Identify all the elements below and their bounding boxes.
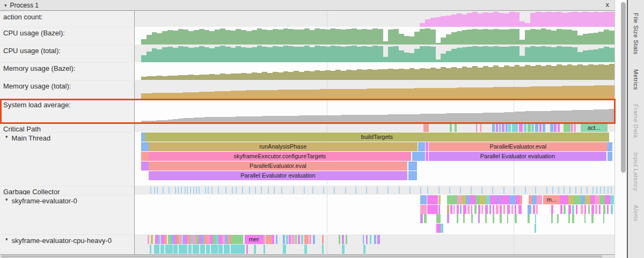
counter-bar — [388, 69, 393, 80]
counter-bar — [241, 47, 246, 62]
track-canvas-skyframe-evaluator-cpu-heavy-0[interactable]: mer — [135, 234, 614, 254]
counter-bar — [325, 89, 331, 99]
slice — [496, 205, 498, 214]
slice-Parallel-Evaluator-evaluation[interactable]: Parallel Evaluator evaluation — [149, 171, 407, 180]
collapse-triangle-icon[interactable]: ▾ — [5, 237, 8, 242]
slice-ParallelEvaluator-eval[interactable]: ParallelEvaluator.eval — [149, 161, 407, 171]
counter-bar — [335, 29, 341, 45]
slice — [588, 205, 590, 214]
slice-mer[interactable]: mer — [245, 235, 264, 244]
counter-bar — [183, 47, 188, 62]
track-label-system-load-average[interactable]: System load average: — [0, 99, 135, 123]
counter-chart — [135, 99, 614, 123]
track-label-garbage-collector[interactable]: Garbage Collector — [0, 186, 135, 195]
slice-skyframeExecutor-configureTargets[interactable]: skyframeExecutor.configureTargets — [149, 152, 411, 161]
counter-bar — [562, 65, 567, 80]
slice — [585, 195, 590, 204]
horizontal-scrollbar-thumb[interactable] — [1, 255, 602, 257]
slice — [512, 123, 518, 132]
counter-bar — [515, 46, 520, 62]
slice-runAnalysisPhase[interactable]: runAnalysisPhase — [149, 142, 418, 151]
slice-ParallelEvaluator-eval[interactable]: ParallelEvaluator.eval — [429, 142, 608, 151]
tab-metrics[interactable]: Metrics — [633, 69, 639, 90]
slice — [507, 214, 509, 223]
counter-bar — [409, 53, 415, 62]
counter-bar — [246, 31, 252, 45]
track-canvas-memory-usage-bazel[interactable] — [135, 62, 614, 80]
process-header[interactable]: ▾ Process 1 x — [0, 0, 614, 11]
track-label-skyframe-evaluator-0[interactable]: ▾skyframe-evaluator-0 — [0, 195, 135, 233]
track-label-memory-usage-total[interactable]: Memory usage (total): — [0, 80, 135, 99]
slice-buildTargets[interactable]: buildTargets — [145, 132, 609, 142]
tab-alerts[interactable]: Alerts — [633, 205, 639, 222]
slice — [574, 195, 581, 204]
track-canvas-cpu-usage-bazel[interactable] — [135, 27, 614, 45]
track-label-text: action count: — [3, 13, 43, 21]
counter-bar — [241, 73, 246, 80]
tab-frame-data[interactable]: Frame Data — [633, 104, 639, 138]
slice-act-[interactable]: act... — [581, 123, 608, 132]
track-label-memory-usage-bazel[interactable]: Memory usage (Bazel): — [0, 62, 135, 80]
counter-bar — [577, 64, 583, 80]
counter-bar — [204, 75, 210, 80]
tab-file-size-stats[interactable]: File Size Stats — [633, 13, 639, 55]
slice — [511, 205, 514, 214]
slice — [363, 235, 364, 244]
track-canvas-action-count[interactable] — [135, 11, 614, 27]
collapse-triangle-icon[interactable]: ▾ — [5, 134, 8, 139]
track-canvas-memory-usage-total[interactable] — [135, 80, 614, 99]
counter-bar — [194, 92, 199, 99]
track-skyframe-evaluator-0: ▾skyframe-evaluator-0m... — [0, 195, 614, 233]
track-label-cpu-usage-total[interactable]: CPU usage (total): — [0, 45, 135, 62]
counter-bar — [320, 115, 325, 123]
counter-bar — [320, 71, 325, 80]
horizontal-scrollbar[interactable] — [0, 254, 614, 258]
collapse-triangle-icon[interactable]: ▾ — [5, 197, 8, 202]
counter-bar — [572, 110, 577, 123]
counter-bar — [314, 70, 320, 80]
counter-bar — [352, 89, 357, 99]
track-canvas-skyframe-evaluator-0[interactable]: m... — [135, 195, 614, 233]
track-label-skyframe-evaluator-cpu-heavy-0[interactable]: ▾skyframe-evaluator-cpu-heavy-0 — [0, 234, 135, 254]
vertical-scrollbar[interactable] — [614, 0, 627, 258]
counter-bar — [167, 120, 173, 123]
counter-bar — [567, 47, 573, 62]
track-label-critical-path[interactable]: Critical Path — [0, 123, 135, 132]
gc-tick-slice — [208, 187, 209, 194]
counter-bar — [241, 116, 246, 123]
track-canvas-critical-path[interactable]: act... — [135, 123, 614, 132]
slice-m-[interactable]: m... — [543, 195, 560, 204]
counter-bar — [519, 56, 525, 62]
counter-bar — [283, 28, 289, 45]
counter-bar — [383, 69, 389, 80]
counter-bar — [598, 85, 604, 99]
track-label-action-count[interactable]: action count: — [0, 11, 135, 27]
counter-bar — [609, 64, 614, 80]
counter-bar — [378, 69, 383, 80]
track-label-cpu-usage-bazel[interactable]: CPU usage (Bazel): — [0, 27, 135, 45]
track-label-main-thread[interactable]: ▾Main Thread — [0, 132, 135, 185]
slice — [377, 235, 379, 244]
counter-bar — [399, 50, 404, 62]
counter-bar — [246, 48, 252, 62]
counter-bar — [488, 13, 494, 27]
counter-bar — [141, 39, 147, 45]
collapse-triangle-icon[interactable]: ▾ — [4, 3, 7, 8]
slice-Parallel-Evaluator-evaluation[interactable]: Parallel Evaluator evaluation — [429, 152, 606, 161]
counter-bar — [157, 120, 162, 123]
vertical-scrollbar-thumb[interactable] — [621, 2, 626, 173]
track-canvas-garbage-collector[interactable] — [135, 186, 614, 195]
slice — [499, 123, 501, 132]
slice — [608, 152, 612, 161]
track-canvas-main-thread[interactable]: buildTargetsrunAnalysisPhaseParallelEval… — [135, 132, 614, 185]
counter-bar — [346, 46, 352, 62]
track-garbage-collector: Garbage Collector — [0, 186, 614, 195]
track-canvas-system-load-average[interactable] — [135, 99, 614, 123]
counter-bar — [504, 47, 509, 62]
close-icon[interactable]: x — [606, 1, 610, 9]
tab-input-latency[interactable]: Input Latency — [633, 152, 639, 191]
gc-tick-slice — [596, 187, 597, 194]
counter-bar — [430, 18, 436, 27]
counter-bar — [157, 93, 162, 99]
track-canvas-cpu-usage-total[interactable] — [135, 45, 614, 62]
